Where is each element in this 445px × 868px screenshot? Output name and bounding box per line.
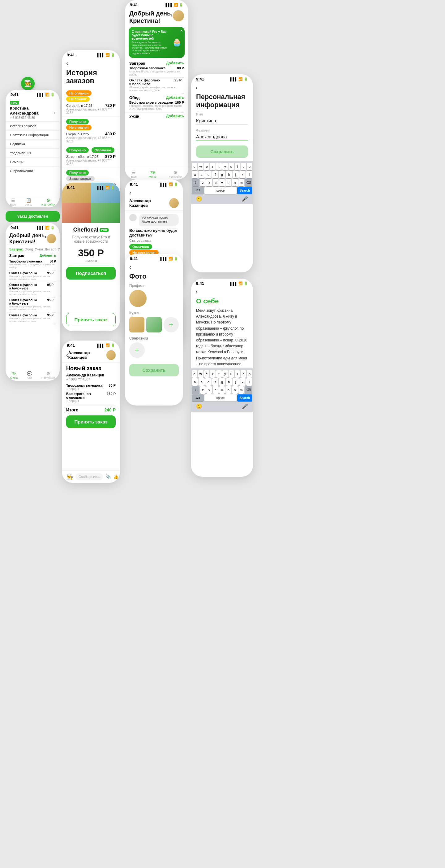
key-c[interactable]: c — [213, 179, 219, 186]
back-button-6[interactable]: ‹ — [66, 352, 68, 359]
back-button-9[interactable]: ‹ — [191, 287, 253, 296]
order-item-1[interactable]: Не оплачен Не принят Сегодня, в 17:25 72… — [62, 88, 120, 117]
key9-k[interactable]: k — [239, 378, 245, 386]
tab-settings-main[interactable]: ⚙Настройки — [169, 170, 182, 178]
key-shift[interactable]: ⇧ — [192, 179, 200, 186]
accept-order-button[interactable]: Принять заказ — [66, 415, 116, 428]
save-button-8[interactable]: Сохранить — [196, 146, 248, 158]
user-avatar-main[interactable] — [173, 10, 184, 21]
key9-b[interactable]: b — [226, 386, 231, 394]
key9-h[interactable]: h — [226, 378, 232, 386]
tab-lunch-list[interactable]: Обед — [25, 247, 33, 251]
tab-order[interactable]: 📋Заказ — [25, 198, 32, 206]
key-j[interactable]: j — [233, 171, 239, 178]
key-e[interactable]: e — [204, 163, 210, 170]
key9-w[interactable]: w — [198, 370, 204, 378]
key9-d[interactable]: d — [205, 378, 211, 386]
key9-t[interactable]: t — [216, 370, 222, 378]
key-backspace[interactable]: ⌫ — [245, 179, 252, 186]
back-button-2[interactable]: ‹ — [62, 59, 120, 67]
key9-q[interactable]: q — [192, 370, 197, 378]
key-b[interactable]: b — [226, 179, 231, 186]
key9-y[interactable]: y — [222, 370, 228, 378]
tab-menu-list[interactable]: 🍽Меню — [10, 371, 18, 379]
sidebar-item-subscription[interactable]: Подписка — [6, 140, 60, 149]
edit-list-2[interactable]: ✏ — [54, 280, 56, 284]
key9-f[interactable]: f — [212, 378, 218, 386]
order-item-2[interactable]: Получено Не оплачен Вчера, в 17:25 480 Р… — [62, 117, 120, 145]
key-r[interactable]: r — [210, 163, 215, 170]
key-g[interactable]: g — [219, 171, 225, 178]
tab-dinner-list[interactable]: Ужин — [35, 247, 43, 251]
edit-list-4[interactable]: ✏ — [54, 311, 56, 314]
key-m[interactable]: m — [238, 179, 244, 186]
key-t[interactable]: t — [216, 163, 222, 170]
mic-icon-8[interactable]: 🎤 — [242, 196, 248, 202]
key-i[interactable]: i — [235, 163, 240, 170]
key9-u[interactable]: u — [229, 370, 234, 378]
key9-m[interactable]: m — [238, 386, 244, 394]
chef-app-icon[interactable]: 👨‍🍳 — [21, 77, 35, 90]
key-w[interactable]: w — [198, 163, 204, 170]
key-z[interactable]: z — [200, 179, 206, 186]
sidebar-item-history[interactable]: История заказов — [6, 122, 60, 131]
key9-l[interactable]: l — [246, 378, 252, 386]
key9-n[interactable]: n — [232, 386, 238, 394]
key-y[interactable]: y — [222, 163, 228, 170]
mic-icon-9[interactable]: 🎤 — [242, 403, 248, 409]
emoji-icon-8[interactable]: 🙂 — [196, 196, 202, 202]
tab-services-list[interactable]: Услуг... — [58, 247, 60, 251]
key-space[interactable]: space — [204, 187, 237, 194]
key9-g[interactable]: g — [219, 378, 225, 386]
key9-j[interactable]: j — [233, 378, 239, 386]
edit-list-5[interactable]: ✏ — [54, 322, 56, 326]
key9-r[interactable]: r — [210, 370, 215, 378]
search-key-8[interactable]: Search — [237, 187, 252, 194]
back-button-5[interactable]: ‹ — [125, 188, 183, 197]
key-k[interactable]: k — [239, 171, 245, 178]
key-n[interactable]: n — [232, 179, 238, 186]
key-a[interactable]: a — [192, 171, 198, 178]
sidebar-item-about[interactable]: О приложении — [6, 166, 60, 175]
key-123[interactable]: 123 — [192, 187, 204, 194]
accept-order-pro-btn[interactable]: Принять заказ — [66, 313, 116, 326]
user-avatar-list[interactable] — [47, 234, 56, 243]
sidebar-item-payment[interactable]: Платежная информация — [6, 131, 60, 140]
key-u[interactable]: u — [229, 163, 234, 170]
tab-menu-main[interactable]: 🍽Меню — [149, 170, 156, 178]
order-delivered-button[interactable]: Заказ доставлен — [6, 211, 60, 222]
kitchen-add-btn[interactable]: + — [164, 317, 179, 333]
sidebar-item-help[interactable]: Помощь — [6, 158, 60, 166]
subscribe-button[interactable]: Подписаться — [66, 267, 116, 280]
kitchen-photo-1[interactable] — [129, 317, 144, 333]
food-list-add-btn[interactable]: Добавить — [40, 253, 56, 258]
key-l[interactable]: l — [246, 171, 252, 178]
key-h[interactable]: h — [226, 171, 232, 178]
key-d[interactable]: d — [205, 171, 211, 178]
key9-p[interactable]: p — [247, 370, 252, 378]
key9-s[interactable]: s — [199, 378, 205, 386]
save-button-10[interactable]: Сохранить — [129, 364, 179, 376]
tab-dessert-list[interactable]: Десерт — [45, 247, 56, 251]
key-x[interactable]: x — [206, 179, 212, 186]
edit-list-1[interactable]: ✏ — [54, 269, 56, 272]
breakfast-add-btn[interactable]: Добавить — [166, 61, 184, 66]
tab-settings-sidebar[interactable]: ⚙Настройки — [41, 198, 55, 206]
like-icon[interactable]: 👍 — [113, 474, 118, 479]
key-f[interactable]: f — [212, 171, 218, 178]
key-v[interactable]: v — [219, 179, 225, 186]
order-item-3[interactable]: Получено Оплачено 21 сентября, в 17:25 8… — [62, 145, 120, 168]
edit-icon-omlet1[interactable]: ✏ — [181, 92, 184, 95]
key9-z[interactable]: z — [200, 386, 206, 394]
field-lastname-value[interactable]: Александрова — [196, 133, 248, 141]
sidebar-item-notifications[interactable]: Уведомления — [6, 149, 60, 158]
key9-space[interactable]: space — [204, 394, 237, 402]
key9-v[interactable]: v — [219, 386, 225, 394]
sanknizhka-add-btn[interactable]: + — [129, 342, 145, 358]
promo-close-main-icon[interactable]: × — [180, 28, 183, 33]
tab-eshyo[interactable]: ☰Ещё — [10, 198, 16, 206]
promo-banner-main[interactable]: С подпиской Pro у Вас будет больше возмо… — [129, 27, 184, 58]
key9-shift[interactable]: ⇧ — [192, 386, 200, 394]
edit-icon-zapekanka[interactable]: ✏ — [181, 76, 184, 80]
tab-chat-list[interactable]: 💬Чат — [27, 371, 32, 379]
